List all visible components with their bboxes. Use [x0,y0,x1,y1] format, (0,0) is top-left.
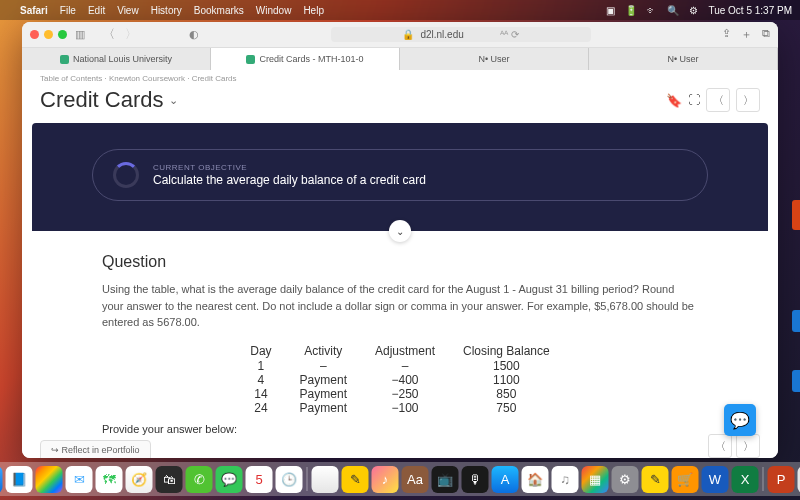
tab-3[interactable]: N• User [589,48,778,70]
dock-app-23[interactable]: 🛒 [672,466,699,493]
menu-file[interactable]: File [60,5,76,16]
next-page-button[interactable]: 〉 [736,88,760,112]
question-text: Using the table, what is the average dai… [102,281,698,331]
question-panel: Question Using the table, what is the av… [32,231,768,445]
background-window-peek[interactable] [792,200,800,230]
dock-app-3[interactable]: ✉︎ [66,466,93,493]
table-row: 1––1500 [236,359,563,373]
reader-icon[interactable]: ᴬᴬ ⟳ [500,29,519,40]
page-content: Table of Contents · Knewton Coursework ·… [22,70,778,458]
dock-app-16[interactable]: 🎙 [462,466,489,493]
lock-icon: 🔒 [402,29,414,40]
dock-app-5[interactable]: 🧭 [126,466,153,493]
safari-window: ▥ 〈 〉 ◐ 🔒 d2l.nl.edu ᴬᴬ ⟳ ⇪ ＋ ⧉ National… [22,22,778,458]
dock-app-13[interactable]: ♪ [372,466,399,493]
new-tab-icon[interactable]: ＋ [741,27,752,42]
tab-label: Credit Cards - MTH-101-0 [259,54,363,64]
col-day: Day [236,343,285,359]
dock-app-11[interactable] [312,466,339,493]
background-window-peek[interactable] [792,310,800,332]
table-row: 4Payment−4001100 [236,373,563,387]
table-row: 24Payment−100750 [236,401,563,415]
dock-app-6[interactable]: 🛍 [156,466,183,493]
tab-0[interactable]: National Louis University [22,48,211,70]
progress-ring-icon [113,162,139,188]
close-button[interactable] [30,30,39,39]
menu-window[interactable]: Window [256,5,292,16]
tab-label: National Louis University [73,54,172,64]
tab-label: N• User [478,54,509,64]
menu-edit[interactable]: Edit [88,5,105,16]
clock[interactable]: Tue Oct 5 1:37 PM [708,5,792,16]
dock-app-2[interactable] [36,466,63,493]
dock: ☻📘✉︎🗺🧭🛍✆💬5🕒✎♪Aa📺🎙A🏠♫▦⚙︎✎🛒WXP🗑 [0,462,800,496]
forward-button[interactable]: 〉 [121,26,141,43]
reflect-button[interactable]: ↪ Reflect in ePortfolio [40,440,151,458]
dock-app-18[interactable]: 🏠 [522,466,549,493]
table-row: 14Payment−250850 [236,387,563,401]
dock-app-1[interactable]: 📘 [6,466,33,493]
dock-app-26[interactable]: P [768,466,795,493]
dock-app-17[interactable]: A [492,466,519,493]
bookmark-icon[interactable]: 🔖 [666,93,682,108]
dock-app-24[interactable]: W [702,466,729,493]
menu-view[interactable]: View [117,5,139,16]
sidebar-toggle-icon[interactable]: ▥ [75,28,85,41]
tab-bar: National Louis University Credit Cards -… [22,48,778,70]
maximize-button[interactable] [58,30,67,39]
objective-label: CURRENT OBJECTIVE [153,163,426,172]
prev-page-button[interactable]: 〈 [706,88,730,112]
app-name[interactable]: Safari [20,5,48,16]
col-adjustment: Adjustment [361,343,449,359]
search-icon[interactable]: 🔍 [667,5,679,16]
dock-app-9[interactable]: 5 [246,466,273,493]
dock-app-0[interactable]: ☻ [0,466,3,493]
tab-1[interactable]: Credit Cards - MTH-101-0 [211,48,400,70]
back-button[interactable]: 〈 [99,26,119,43]
shield-icon[interactable]: ◐ [189,28,199,41]
wifi-icon: ᯤ [647,5,657,16]
minimize-button[interactable] [44,30,53,39]
favicon [246,55,255,64]
data-table: Day Activity Adjustment Closing Balance … [236,343,563,415]
menu-history[interactable]: History [151,5,182,16]
dock-app-21[interactable]: ⚙︎ [612,466,639,493]
chat-button[interactable]: 💬 [724,404,756,436]
expand-objective-button[interactable]: ⌄ [389,220,411,242]
dock-app-22[interactable]: ✎ [642,466,669,493]
status-icon: ▣ [606,5,615,16]
dock-app-25[interactable]: X [732,466,759,493]
dock-app-4[interactable]: 🗺 [96,466,123,493]
dock-app-20[interactable]: ▦ [582,466,609,493]
dock-app-14[interactable]: Aa [402,466,429,493]
address-bar[interactable]: 🔒 d2l.nl.edu ᴬᴬ ⟳ [331,27,591,42]
dock-app-8[interactable]: 💬 [216,466,243,493]
tab-2[interactable]: N• User [400,48,589,70]
bottom-next-button[interactable]: 〉 [736,434,760,458]
menu-help[interactable]: Help [303,5,324,16]
menu-bookmarks[interactable]: Bookmarks [194,5,244,16]
share-icon[interactable]: ⇪ [722,27,731,42]
window-controls [30,30,67,39]
breadcrumb[interactable]: Table of Contents · Knewton Coursework ·… [22,70,778,83]
dock-app-10[interactable]: 🕒 [276,466,303,493]
dock-app-15[interactable]: 📺 [432,466,459,493]
table-header-row: Day Activity Adjustment Closing Balance [236,343,563,359]
titlebar: ▥ 〈 〉 ◐ 🔒 d2l.nl.edu ᴬᴬ ⟳ ⇪ ＋ ⧉ [22,22,778,48]
question-heading: Question [102,253,698,271]
expand-icon[interactable]: ⛶ [688,93,700,107]
dock-app-7[interactable]: ✆ [186,466,213,493]
page-title: Credit Cards [40,87,163,113]
bottom-prev-button[interactable]: 〈 [708,434,732,458]
tabs-icon[interactable]: ⧉ [762,27,770,42]
chat-icon: 💬 [730,411,750,430]
dock-app-12[interactable]: ✎ [342,466,369,493]
objective-banner: CURRENT OBJECTIVE Calculate the average … [32,123,768,231]
provide-answer-label: Provide your answer below: [102,423,698,435]
dock-app-19[interactable]: ♫ [552,466,579,493]
tab-label: N• User [667,54,698,64]
title-dropdown-icon[interactable]: ⌄ [169,94,178,107]
control-center-icon[interactable]: ⚙ [689,5,698,16]
background-window-peek[interactable] [792,370,800,392]
battery-icon: 🔋 [625,5,637,16]
